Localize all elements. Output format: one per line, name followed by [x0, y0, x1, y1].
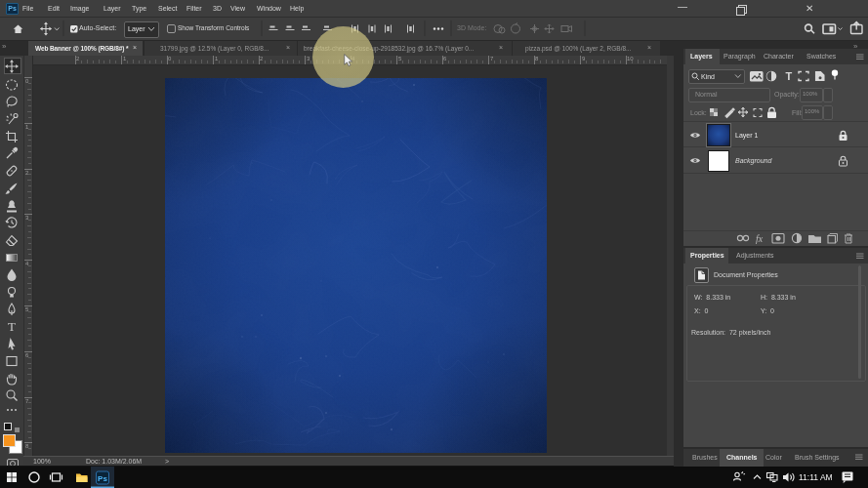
svg-text:Ps: Ps — [98, 474, 107, 483]
svg-text:T: T — [786, 70, 793, 82]
svg-text:fx: fx — [756, 233, 764, 244]
svg-text:T: T — [8, 319, 16, 334]
